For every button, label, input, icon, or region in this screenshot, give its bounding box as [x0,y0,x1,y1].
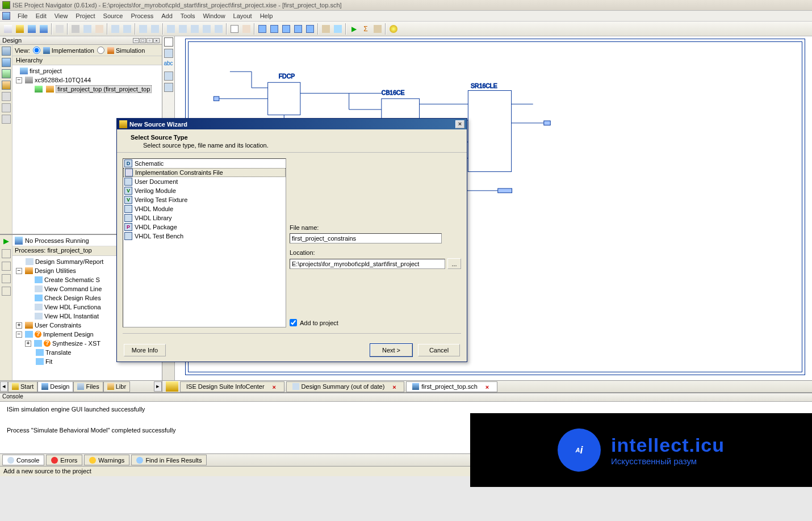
menu-view[interactable]: View [51,11,72,20]
source-type-list[interactable]: DSchematic Implementation Constraints Fi… [123,158,286,327]
opt3-icon[interactable] [2,115,11,124]
cancel-button[interactable]: Cancel [418,344,460,356]
opt1-icon[interactable] [2,92,11,101]
collapse-icon[interactable]: − [16,268,22,274]
tab-summary[interactable]: Design Summary (out of date)× [286,381,405,392]
moreinfo-button[interactable]: More Info [124,344,166,356]
expand-icon[interactable]: + [25,341,31,347]
select-tool-icon[interactable] [164,37,173,47]
pointer-button[interactable] [229,23,240,35]
menu-layout[interactable]: Layout [229,11,256,20]
zoomout-button[interactable] [177,23,189,35]
bus-tool-icon[interactable] [164,83,173,92]
libs-icon[interactable] [2,81,11,90]
tab-schematic[interactable]: first_project_top.sch× [406,381,497,392]
menu-window[interactable]: Window [199,11,229,20]
simulation-radio[interactable] [97,47,104,54]
cut-button[interactable] [70,23,81,35]
tab-files[interactable]: Files [73,381,103,392]
next-button[interactable]: Next > [370,344,412,356]
tab-design[interactable]: Design [37,381,73,392]
implementation-radio[interactable] [33,47,40,54]
location-input[interactable] [290,259,445,269]
source-type-item[interactable]: VVerilog Module [123,186,286,195]
proc-item[interactable]: Synthesize - XST [52,340,101,347]
filename-input[interactable] [290,233,442,243]
tree-device[interactable]: xc95288xl-10TQ144 [35,77,91,83]
source-type-item[interactable]: VHDL Test Bench [123,232,286,241]
proc-item[interactable]: User Constraints [35,322,81,329]
win5-button[interactable] [304,23,316,35]
new-button[interactable] [2,23,14,35]
menu-project[interactable]: Project [72,11,99,20]
panel-left-icon[interactable]: ↔ [133,38,139,43]
save-button[interactable] [26,23,37,35]
net-tool-icon[interactable] [164,72,173,81]
close-icon[interactable]: × [273,384,278,389]
tab-start[interactable]: Start [8,381,37,392]
expand-icon[interactable]: + [16,322,22,329]
zoom100-button[interactable] [213,23,224,35]
run-button[interactable]: ▶ [348,23,359,35]
tab-libraries[interactable]: Libr [103,381,130,392]
settings-button[interactable] [372,23,383,35]
run-proc-icon[interactable]: ▶ [2,237,11,246]
proc-item[interactable]: View HDL Functiona [44,304,101,310]
menu-edit[interactable]: Edit [32,11,51,20]
source-type-item[interactable]: VVerilog Test Fixture [123,195,286,204]
proc-icon-5[interactable] [2,287,11,296]
proc-item[interactable]: Create Schematic S [44,276,100,283]
add-to-project-checkbox[interactable] [290,319,297,326]
files-icon[interactable] [2,69,11,78]
proc-item[interactable]: Design Utilities [35,267,76,274]
menu-source[interactable]: Source [99,11,127,20]
scroll-right-button[interactable]: ▸ [154,381,162,392]
source-type-item[interactable]: User Document [123,177,286,186]
source-type-item-selected[interactable]: Implementation Constraints File [123,168,286,177]
proc-item[interactable]: View Command Line [44,285,102,292]
proc-item[interactable]: Implement Design [43,331,94,338]
source-type-item[interactable]: VHDL Library [123,213,286,222]
proc-item[interactable]: View HDL Instantiat [44,313,99,320]
find-button[interactable] [137,23,149,35]
menu-add[interactable]: Add [157,11,177,20]
tip-button[interactable] [388,23,399,35]
opt2-icon[interactable] [2,103,11,112]
file-group-icon[interactable] [166,381,178,392]
menu-tools[interactable]: Tools [177,11,199,20]
tree-project[interactable]: first_project [30,68,62,74]
tab-infocenter[interactable]: ISE Design Suite InfoCenter× [180,381,284,392]
paste-button[interactable] [94,23,105,35]
copy-button[interactable] [82,23,93,35]
open-button[interactable] [14,23,26,35]
source-type-item[interactable]: VHDL Module [123,204,286,213]
sources-icon[interactable] [2,47,11,56]
document-icon[interactable] [2,12,10,20]
proc-item[interactable]: Design Summary/Report [35,258,103,265]
sum-button[interactable]: Σ [360,23,371,35]
wire-tool-icon[interactable] [164,49,173,58]
proc-item[interactable]: Fit [45,358,52,365]
wrench-button[interactable] [320,23,332,35]
source-type-item[interactable]: DSchematic [123,159,286,168]
menu-file[interactable]: File [14,11,32,20]
panel-max-icon[interactable]: ▫ [147,38,153,43]
proc-item[interactable]: Translate [45,349,71,356]
print-button[interactable] [54,23,65,35]
goto-button[interactable] [149,23,161,35]
tab-errors[interactable]: Errors [46,455,82,465]
wizard-close-button[interactable]: × [455,120,464,128]
proc-icon-4[interactable] [2,274,11,283]
win1-button[interactable] [257,23,268,35]
tab-console[interactable]: Console [2,455,44,465]
proc-icon-2[interactable] [2,249,11,258]
help-button[interactable] [332,23,344,35]
zoomarea-button[interactable] [201,23,212,35]
source-type-item[interactable]: PVHDL Package [123,222,286,232]
tab-findresults[interactable]: Find in Files Results [131,455,207,465]
collapse-icon[interactable]: − [16,77,22,83]
text-tool-icon[interactable]: abc [164,60,173,69]
panel-float-icon[interactable]: □ [140,38,146,43]
win2-button[interactable] [269,23,280,35]
win3-button[interactable] [281,23,292,35]
